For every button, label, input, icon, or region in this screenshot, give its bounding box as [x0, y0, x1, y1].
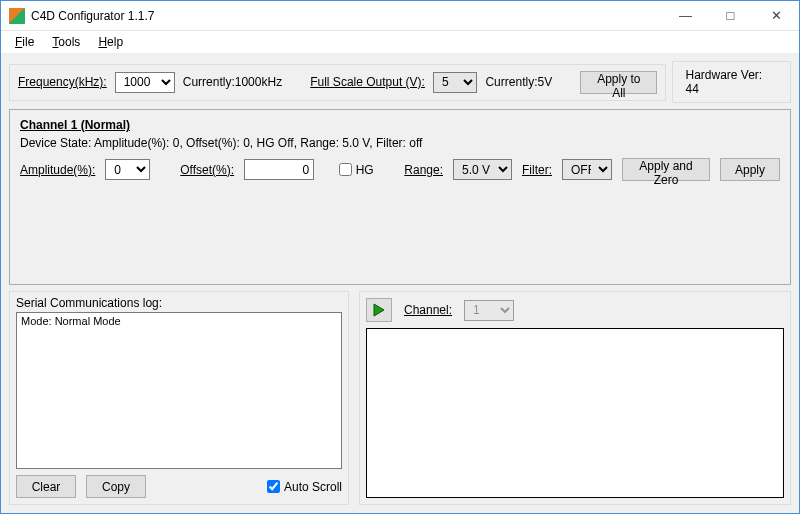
frequency-current: Currently:1000kHz	[183, 75, 282, 89]
log-label: Serial Communications log:	[16, 296, 342, 310]
menu-tools-label: ools	[58, 35, 80, 49]
hg-checkbox[interactable]	[339, 163, 352, 176]
apply-and-zero-button[interactable]: Apply and Zero	[622, 158, 710, 181]
minimize-button[interactable]: —	[663, 1, 708, 30]
global-config-group: Frequency(kHz): 1000 Currently:1000kHz F…	[9, 64, 666, 101]
maximize-button[interactable]: □	[708, 1, 753, 30]
svg-marker-0	[374, 304, 384, 316]
plot-controls-row: Channel: 1	[366, 298, 784, 322]
client-area: Frequency(kHz): 1000 Currently:1000kHz F…	[1, 53, 799, 513]
titlebar: C4D Configurator 1.1.7 — □ ✕	[1, 1, 799, 31]
plot-channel-select: 1	[464, 300, 514, 321]
plot-area	[366, 328, 784, 498]
menu-file[interactable]: File	[7, 33, 42, 51]
global-config-row: Frequency(kHz): 1000 Currently:1000kHz F…	[9, 61, 791, 103]
filter-label: Filter:	[522, 163, 552, 177]
plot-panel: Channel: 1	[359, 291, 791, 505]
log-panel: Serial Communications log: Mode: Normal …	[9, 291, 349, 505]
autoscroll-label: Auto Scroll	[284, 480, 342, 494]
frequency-select[interactable]: 1000	[115, 72, 175, 93]
apply-to-all-button[interactable]: Apply to All	[580, 71, 657, 94]
hg-label: HG	[356, 163, 374, 177]
menubar: File Tools Help	[1, 31, 799, 53]
fso-select[interactable]: 5	[433, 72, 478, 93]
autoscroll-checkbox[interactable]	[267, 480, 280, 493]
close-button[interactable]: ✕	[753, 1, 799, 30]
apply-button[interactable]: Apply	[720, 158, 780, 181]
hardware-version: Hardware Ver: 44	[672, 61, 791, 103]
filter-select[interactable]: OFF	[562, 159, 612, 180]
autoscroll-wrap[interactable]: Auto Scroll	[267, 480, 342, 494]
hardware-version-label: Hardware Ver: 44	[685, 68, 778, 96]
channel-title: Channel 1 (Normal)	[20, 118, 780, 132]
range-label: Range:	[404, 163, 443, 177]
fso-label: Full Scale Output (V):	[310, 75, 425, 89]
fso-current: Currently:5V	[485, 75, 552, 89]
frequency-label: Frequency(kHz):	[18, 75, 107, 89]
app-icon	[9, 8, 25, 24]
channel-state: Device State: Amplitude(%): 0, Offset(%)…	[20, 136, 780, 150]
amplitude-label: Amplitude(%):	[20, 163, 95, 177]
channel-controls-row: Amplitude(%): 0 Offset(%): HG Range: 5.0…	[20, 158, 780, 181]
window-controls: — □ ✕	[663, 1, 799, 30]
hg-checkbox-wrap[interactable]: HG	[339, 163, 374, 177]
log-textarea[interactable]: Mode: Normal Mode	[16, 312, 342, 469]
plot-channel-label: Channel:	[404, 303, 452, 317]
play-icon	[373, 303, 385, 317]
log-buttons-row: Clear Copy Auto Scroll	[16, 475, 342, 498]
menu-tools[interactable]: Tools	[44, 33, 88, 51]
channel-panel: Channel 1 (Normal) Device State: Amplitu…	[9, 109, 791, 285]
offset-label: Offset(%):	[180, 163, 234, 177]
menu-help[interactable]: Help	[90, 33, 131, 51]
amplitude-select[interactable]: 0	[105, 159, 149, 180]
menu-help-label: elp	[107, 35, 123, 49]
range-select[interactable]: 5.0 V	[453, 159, 512, 180]
menu-file-label: ile	[22, 35, 34, 49]
copy-button[interactable]: Copy	[86, 475, 146, 498]
window-title: C4D Configurator 1.1.7	[31, 9, 663, 23]
play-button[interactable]	[366, 298, 392, 322]
clear-button[interactable]: Clear	[16, 475, 76, 498]
offset-input[interactable]	[244, 159, 314, 180]
bottom-split: Serial Communications log: Mode: Normal …	[9, 291, 791, 505]
